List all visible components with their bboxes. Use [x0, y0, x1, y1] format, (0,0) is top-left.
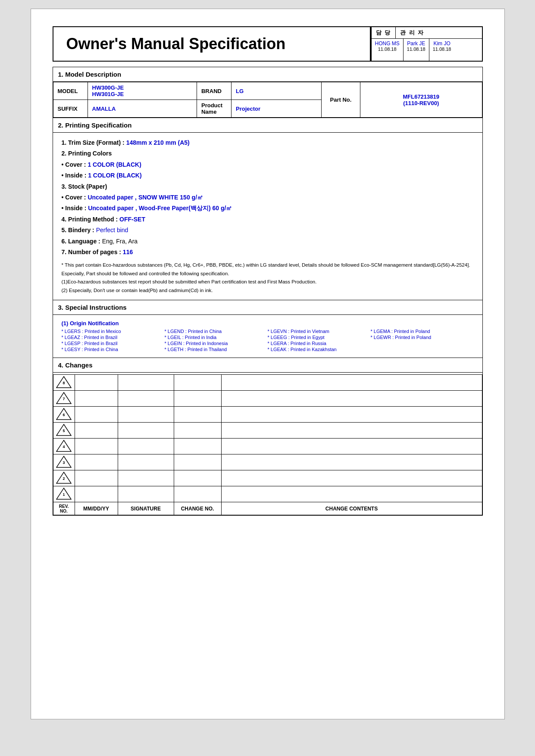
- change-row-7: 7: [53, 391, 482, 407]
- origin-8: * LGEWR : Printed in Poland: [371, 334, 474, 340]
- spec-cover-color: • Cover : 1 COLOR (BLACK): [62, 160, 474, 169]
- model-value: HW300G-JE HW301G-JE: [88, 82, 197, 100]
- rev-number: 2: [63, 476, 65, 481]
- origin-7: * LGEEG : Printed in Egypt: [268, 334, 371, 340]
- header-label-1: 담 당: [372, 27, 396, 38]
- origin-6: * LGEIL : Printed in India: [165, 334, 268, 340]
- contents-cell: [221, 486, 482, 502]
- change-row-6: 6: [53, 407, 482, 423]
- section3-container: 3. Special Instructions (1) Origin Notif…: [53, 300, 483, 358]
- section2-container: 2. Printing Specification 1. Trim Size (…: [53, 118, 483, 300]
- date-cell: [75, 391, 118, 407]
- date-cell: [75, 407, 118, 423]
- chgno-cell: [174, 375, 221, 391]
- model-table: MODEL HW300G-JE HW301G-JE BRAND LG Part …: [53, 82, 482, 118]
- contents-cell: [221, 439, 482, 454]
- spec-inside-paper: • Inside : Uncoated paper , Wood-Free Pa…: [62, 203, 474, 213]
- sig-cell: [118, 391, 174, 407]
- title-box: Owner's Manual Specification: [53, 26, 371, 62]
- rev-cell-8: 8: [53, 375, 75, 391]
- rev-cell-2: 2: [53, 470, 75, 486]
- spec-stock: 3. Stock (Paper): [62, 182, 474, 191]
- sig-cell: [118, 407, 174, 423]
- origin-11: * LGERA : Printed in Russia: [268, 340, 371, 346]
- changes-footer: REV.NO. MM/DD/YY SIGNATURE CHANGE NO. CH…: [53, 502, 482, 515]
- origin-3: * LGEVN : Printed in Vietnam: [268, 328, 371, 334]
- rev-cell-7: 7: [53, 391, 75, 407]
- rev-number: 7: [63, 397, 65, 401]
- spec-inside-color: • Inside : 1 COLOR (BLACK): [62, 171, 474, 180]
- change-row-8: 8: [53, 375, 482, 391]
- origin-1: * LGERS : Printed in Mexico: [62, 328, 165, 334]
- spec-printing-method: 4. Printing Method : OFF-SET: [62, 215, 474, 224]
- contents-cell: [221, 391, 482, 407]
- origin-grid: * LGERS : Printed in Mexico * LGEND : Pr…: [62, 328, 474, 352]
- chgno-cell: [174, 391, 221, 407]
- product-name-label: Product Name: [197, 100, 231, 118]
- rev-number: 8: [63, 381, 65, 385]
- date-cell: [75, 375, 118, 391]
- sig-cell: [118, 375, 174, 391]
- spec-cover-paper: • Cover : Uncoated paper , SNOW WHITE 15…: [62, 193, 474, 202]
- spec-pages: 7. Number of pages : 116: [62, 247, 474, 257]
- date-cell: [75, 486, 118, 502]
- chgno-cell: [174, 486, 221, 502]
- model-row: MODEL HW300G-JE HW301G-JE BRAND LG Part …: [53, 82, 482, 100]
- origin-5: * LGEAZ : Printed in Brazil: [62, 334, 165, 340]
- spec-trim: 1. Trim Size (Format) : 148mm x 210 mm (…: [62, 138, 474, 147]
- contents-cell: [221, 407, 482, 423]
- suffix-label: SUFFIX: [53, 100, 88, 118]
- origin-title: (1) Origin Notification: [62, 320, 474, 327]
- page: Owner's Manual Specification 담 당 관 리 자 H…: [31, 9, 505, 719]
- contents-cell: [221, 375, 482, 391]
- sig-cell: [118, 486, 174, 502]
- eco-note: * This part contain Eco-hazardous substa…: [62, 261, 474, 295]
- chgno-footer-label: CHANGE NO.: [174, 502, 221, 515]
- sig-cell: [118, 470, 174, 486]
- page-title: Owner's Manual Specification: [66, 35, 357, 53]
- section4-container: 4. Changes 8 7 6: [53, 358, 483, 516]
- part-no-value: MFL67213819 (1110-REV00): [360, 82, 482, 118]
- header-persons: HONG MS 11.08.18 Park JE 11.08.18 Kim JO…: [372, 39, 482, 61]
- origin-14: * LGETH : Printed in Thailand: [165, 346, 268, 352]
- section3-content: (1) Origin Notification * LGERS : Printe…: [53, 315, 482, 358]
- suffix-value: AMALLA: [88, 100, 197, 118]
- spec-language: 6. Language : Eng, Fra, Ara: [62, 236, 474, 246]
- contents-cell: [221, 454, 482, 470]
- rev-number: 3: [63, 460, 65, 465]
- origin-9: * LGESP : Printed in Brazil: [62, 340, 165, 346]
- origin-13: * LGESY : Printed in China: [62, 346, 165, 352]
- section2-header: 2. Printing Specification: [53, 118, 482, 133]
- chgno-cell: [174, 423, 221, 439]
- chgno-cell: [174, 439, 221, 454]
- rev-footer-label: REV.NO.: [53, 502, 75, 515]
- origin-4: * LGEMA : Printed in Poland: [371, 328, 474, 334]
- product-name-value: Projector: [231, 100, 321, 118]
- brand-label: BRAND: [197, 82, 231, 100]
- change-row-1: 1: [53, 486, 482, 502]
- rev-cell-3: 3: [53, 454, 75, 470]
- section1-header: 1. Model Description: [53, 67, 482, 81]
- sig-cell: [118, 439, 174, 454]
- change-row-2: 2: [53, 470, 482, 486]
- changes-table: 8 7 6 5 4: [53, 374, 482, 515]
- section2-content: 1. Trim Size (Format) : 148mm x 210 mm (…: [53, 133, 482, 300]
- header-labels: 담 당 관 리 자: [372, 27, 482, 39]
- rev-cell-4: 4: [53, 439, 75, 454]
- rev-number: 6: [63, 413, 65, 417]
- rev-cell-1: 1: [53, 486, 75, 502]
- section4-header: 4. Changes: [53, 358, 482, 373]
- chgno-cell: [174, 407, 221, 423]
- section1-table-area: MODEL HW300G-JE HW301G-JE BRAND LG Part …: [53, 81, 482, 118]
- date-footer-label: MM/DD/YY: [75, 502, 118, 515]
- rev-number: 4: [63, 445, 65, 449]
- date-cell: [75, 454, 118, 470]
- change-row-4: 4: [53, 439, 482, 454]
- origin-16: [371, 346, 474, 352]
- sig-cell: [118, 423, 174, 439]
- spec-bindery: 5. Bindery : Perfect bind: [62, 225, 474, 235]
- header-label-2: 관 리 자: [396, 27, 429, 38]
- person-2: Park JE 11.08.18: [404, 39, 429, 61]
- sig-cell: [118, 454, 174, 470]
- change-row-5: 5: [53, 423, 482, 439]
